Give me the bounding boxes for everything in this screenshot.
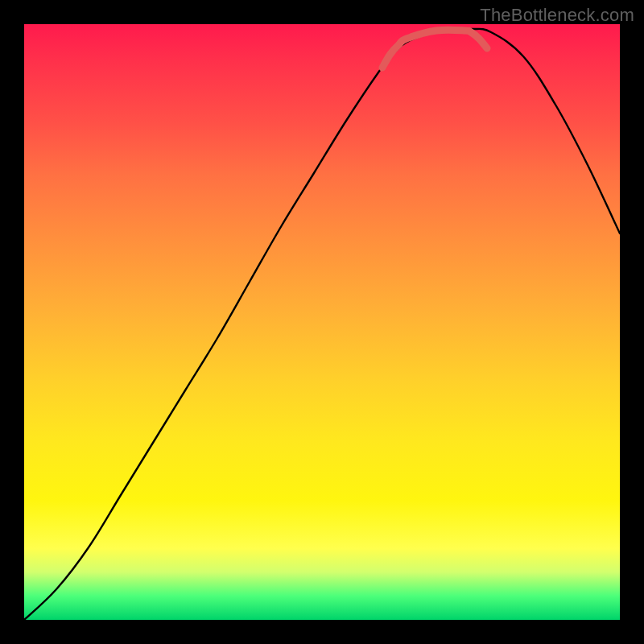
watermark-text: TheBottleneck.com	[480, 5, 634, 26]
chart-svg	[24, 24, 620, 620]
bottleneck-curve	[24, 28, 620, 620]
chart-frame: TheBottleneck.com	[0, 0, 644, 644]
optimal-band	[382, 30, 487, 68]
plot-area	[24, 24, 620, 620]
